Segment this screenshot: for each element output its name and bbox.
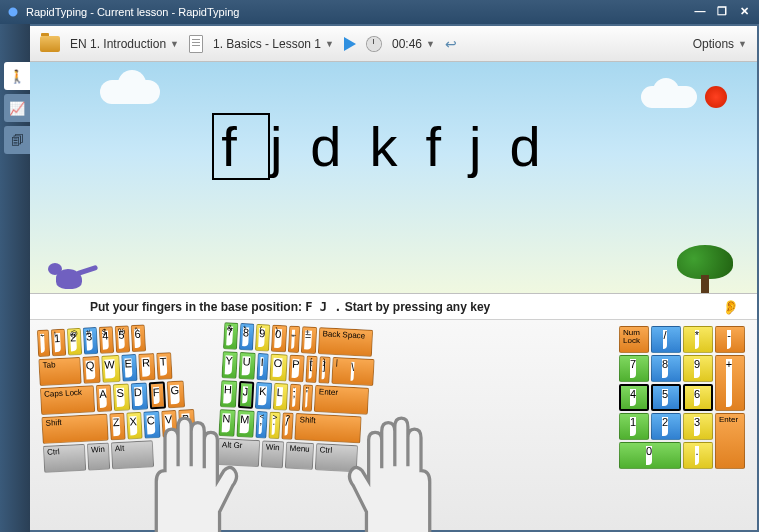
tab-lesson[interactable]: 🚶 — [4, 62, 30, 90]
key-`[interactable]: ~` — [37, 330, 50, 358]
key-.[interactable]: >. — [268, 412, 280, 440]
key-[[interactable]: {[ — [305, 356, 317, 384]
folder-icon — [40, 36, 60, 52]
key-*[interactable]: * — [683, 326, 713, 353]
key-0[interactable]: 0 — [619, 442, 681, 469]
keyboard-left: ~`!1@2#3$4%5^6TabQWERTCaps LockASDFGShif… — [37, 322, 200, 532]
key-5[interactable]: %5 — [115, 325, 131, 353]
key--[interactable]: - — [715, 326, 745, 353]
key-k[interactable]: K — [255, 382, 272, 410]
key-num-lock[interactable]: Num Lock — [619, 326, 649, 353]
key-s[interactable]: S — [113, 383, 130, 411]
key-4[interactable]: 4 — [619, 384, 649, 411]
key-7[interactable]: 7 — [619, 355, 649, 382]
key-menu[interactable]: Menu — [284, 442, 313, 470]
key-b[interactable]: B — [179, 409, 196, 437]
key-0[interactable]: )0 — [271, 325, 287, 353]
key-/[interactable]: / — [651, 326, 681, 353]
key-;[interactable]: :; — [288, 384, 300, 412]
key-g[interactable]: G — [167, 381, 185, 409]
time-dropdown[interactable]: 00:46 ▼ — [392, 37, 435, 51]
course-dropdown[interactable]: EN 1. Introduction ▼ — [70, 37, 179, 51]
lesson-dropdown[interactable]: 1. Basics - Lesson 1 ▼ — [213, 37, 334, 51]
key-9[interactable]: 9 — [683, 355, 713, 382]
cloud-decoration — [100, 80, 160, 104]
key-m[interactable]: M — [236, 410, 255, 438]
play-button[interactable] — [344, 37, 356, 51]
key-j[interactable]: J — [238, 381, 255, 409]
key-ctrl[interactable]: Ctrl — [314, 443, 357, 472]
key-alt-gr[interactable]: Alt Gr — [217, 438, 260, 467]
repeat-icon[interactable]: ↩ — [445, 36, 457, 52]
tab-pages[interactable]: 🗐 — [4, 126, 30, 154]
options-dropdown[interactable]: Options ▼ — [693, 37, 747, 51]
key-3[interactable]: #3 — [83, 327, 99, 355]
time-label: 00:46 — [392, 37, 422, 51]
key-'[interactable]: "' — [302, 384, 314, 411]
key-p[interactable]: P — [288, 355, 305, 383]
key-w[interactable]: W — [101, 355, 121, 383]
key-l[interactable]: L — [272, 383, 288, 411]
key-ctrl[interactable]: Ctrl — [43, 444, 86, 473]
key-8[interactable]: 8 — [651, 355, 681, 382]
key-i[interactable]: I — [256, 353, 268, 381]
key-t[interactable]: T — [156, 352, 172, 380]
key-2[interactable]: 2 — [651, 413, 681, 440]
typing-char: d — [510, 115, 569, 178]
tab-stats[interactable]: 📈 — [4, 94, 30, 122]
key-][interactable]: }] — [318, 356, 330, 384]
key-x[interactable]: X — [126, 412, 143, 440]
app-icon — [6, 5, 20, 19]
lesson-label: 1. Basics - Lesson 1 — [213, 37, 321, 51]
key-c[interactable]: C — [143, 411, 160, 439]
key-shift[interactable]: Shift — [294, 413, 361, 443]
key-enter[interactable]: Enter — [715, 413, 745, 469]
key-n[interactable]: N — [218, 409, 235, 437]
maximize-button[interactable]: ❐ — [713, 5, 731, 19]
key-caps-lock[interactable]: Caps Lock — [40, 385, 95, 415]
key-y[interactable]: Y — [221, 351, 238, 379]
key-alt[interactable]: Alt — [111, 440, 154, 469]
key-shift[interactable]: Shift — [41, 414, 108, 444]
keyboard-right: &7*8(9)0_-+=Back SpaceYUIOP{[}]|\HJKL:;"… — [214, 322, 377, 532]
key-u[interactable]: U — [238, 352, 255, 380]
key-8[interactable]: *8 — [239, 323, 255, 351]
key-5[interactable]: 5 — [651, 384, 681, 411]
key-enter[interactable]: Enter — [314, 385, 369, 415]
sound-icon[interactable]: 👂 — [722, 299, 739, 315]
key-=[interactable]: += — [301, 326, 317, 354]
key-/[interactable]: ?/ — [281, 412, 293, 440]
close-button[interactable]: ✕ — [735, 5, 753, 19]
key-e[interactable]: E — [121, 354, 138, 382]
typing-char: k — [370, 115, 426, 178]
key--[interactable]: _- — [287, 326, 300, 354]
key-q[interactable]: Q — [82, 356, 100, 384]
key-v[interactable]: V — [161, 410, 178, 438]
key-3[interactable]: 3 — [683, 413, 713, 440]
minimize-button[interactable]: — — [691, 5, 709, 19]
key-tab[interactable]: Tab — [38, 357, 81, 386]
key-z[interactable]: Z — [109, 413, 125, 441]
key-back-space[interactable]: Back Space — [317, 327, 372, 357]
key-\[interactable]: |\ — [331, 357, 374, 386]
tree-decoration — [675, 243, 735, 293]
key-6[interactable]: 6 — [683, 384, 713, 411]
key-h[interactable]: H — [220, 380, 237, 408]
key-6[interactable]: ^6 — [131, 324, 147, 352]
key-f[interactable]: F — [148, 381, 166, 409]
key-win[interactable]: Win — [261, 440, 284, 468]
key-win[interactable]: Win — [87, 443, 110, 471]
key-d[interactable]: D — [130, 382, 147, 410]
key-7[interactable]: &7 — [223, 322, 239, 350]
key-9[interactable]: (9 — [255, 324, 271, 352]
key-a[interactable]: A — [96, 384, 113, 412]
key-1[interactable]: 1 — [619, 413, 649, 440]
key-o[interactable]: O — [269, 354, 287, 382]
key-1[interactable]: !1 — [50, 329, 66, 357]
key-r[interactable]: R — [138, 353, 155, 381]
key-,[interactable]: <, — [255, 411, 267, 439]
key-4[interactable]: $4 — [99, 326, 115, 354]
key-.[interactable]: . — [683, 442, 713, 469]
key-2[interactable]: @2 — [67, 328, 83, 356]
key-+[interactable]: + — [715, 355, 745, 411]
